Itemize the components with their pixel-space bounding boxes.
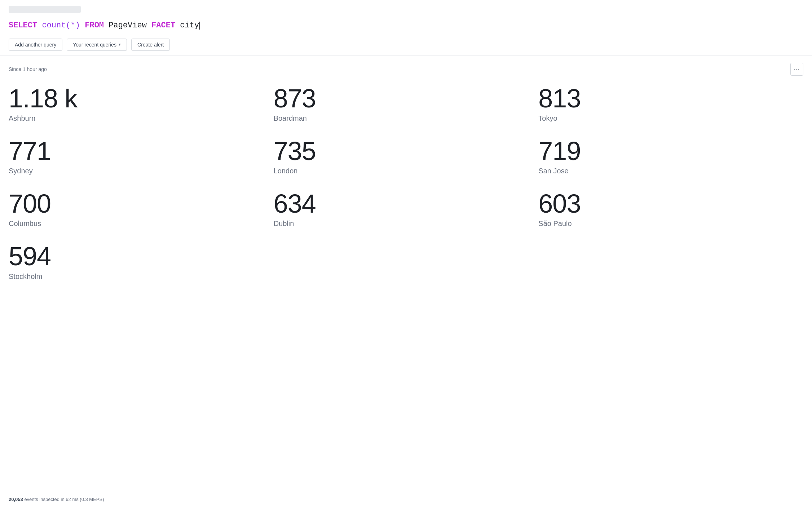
toolbar: Add another query Your recent queries ▾ … <box>9 39 803 51</box>
chevron-down-icon: ▾ <box>119 42 121 47</box>
function-part: count(*) <box>42 20 80 31</box>
recent-queries-label: Your recent queries <box>73 42 116 48</box>
data-grid: 1.18 kAshburn873Boardman813Tokyo771Sydne… <box>9 84 803 295</box>
data-city-label: Stockholm <box>9 272 274 281</box>
data-cell: 735London <box>274 137 539 190</box>
data-cell: 719San Jose <box>538 137 803 190</box>
data-value: 634 <box>274 190 539 218</box>
create-alert-label: Create alert <box>137 42 164 48</box>
from-keyword: FROM <box>85 20 104 31</box>
top-bar: SELECT count(*) FROM PageView FACET city… <box>0 0 812 56</box>
data-cell: 594Stockholm <box>9 242 274 295</box>
time-label: Since 1 hour ago <box>9 66 47 72</box>
ellipsis-button[interactable]: ··· <box>790 63 803 76</box>
table-name: PageView <box>109 20 147 31</box>
footer-bar: 20,053 events inspected in 62 ms (0.3 ME… <box>0 492 812 506</box>
data-cell: 813Tokyo <box>538 84 803 137</box>
data-city-label: Tokyo <box>538 114 803 123</box>
data-city-label: São Paulo <box>538 219 803 228</box>
data-cell: 603São Paulo <box>538 190 803 242</box>
data-value: 735 <box>274 137 539 165</box>
data-cell: 634Dublin <box>274 190 539 242</box>
data-value: 873 <box>274 84 539 113</box>
data-city-label: Boardman <box>274 114 539 123</box>
data-city-label: Columbus <box>9 219 274 228</box>
add-query-label: Add another query <box>15 42 56 48</box>
select-keyword: SELECT <box>9 20 37 31</box>
data-value: 594 <box>9 242 274 271</box>
data-value: 771 <box>9 137 274 165</box>
query-editor[interactable]: SELECT count(*) FROM PageView FACET city <box>9 20 803 31</box>
data-city-label: Ashburn <box>9 114 274 123</box>
data-city-label: San Jose <box>538 167 803 175</box>
data-value: 700 <box>9 190 274 218</box>
footer-time: 62 ms <box>66 497 78 502</box>
data-cell: 771Sydney <box>9 137 274 190</box>
create-alert-button[interactable]: Create alert <box>131 39 170 51</box>
data-value: 603 <box>538 190 803 218</box>
field-name: city <box>180 20 199 31</box>
data-value: 813 <box>538 84 803 113</box>
data-city-label: London <box>274 167 539 175</box>
data-city-label: Dublin <box>274 219 539 228</box>
data-city-label: Sydney <box>9 167 274 175</box>
results-area: Since 1 hour ago ··· 1.18 kAshburn873Boa… <box>0 56 812 295</box>
account-selector[interactable] <box>9 6 81 13</box>
events-count: 20,053 <box>9 497 23 502</box>
footer-text: 20,053 events inspected in 62 ms (0.3 ME… <box>9 497 104 502</box>
data-cell: 700Columbus <box>9 190 274 242</box>
data-cell: 1.18 kAshburn <box>9 84 274 137</box>
footer-middle-text: events inspected in <box>24 497 64 502</box>
time-label-row: Since 1 hour ago ··· <box>9 63 803 76</box>
data-cell: 873Boardman <box>274 84 539 137</box>
facet-keyword: FACET <box>151 20 175 31</box>
data-value: 719 <box>538 137 803 165</box>
footer-meps: (0.3 MEPS) <box>80 497 104 502</box>
text-cursor <box>199 22 200 30</box>
data-value: 1.18 k <box>9 84 274 113</box>
add-query-button[interactable]: Add another query <box>9 39 62 51</box>
ellipsis-icon: ··· <box>794 66 800 72</box>
recent-queries-button[interactable]: Your recent queries ▾ <box>67 39 127 51</box>
